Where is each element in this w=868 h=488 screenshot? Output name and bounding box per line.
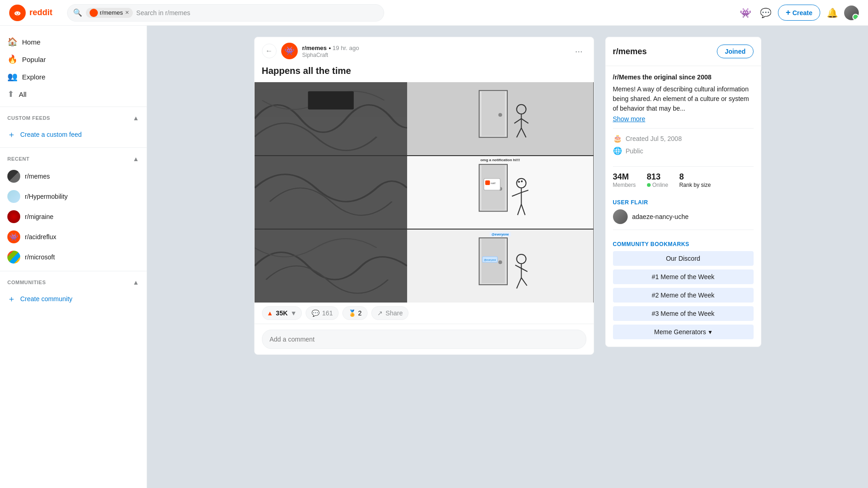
chevron-up-icon: ▲ [133,114,139,122]
recent-header[interactable]: RECENT ▲ [0,151,147,166]
search-bar[interactable]: 🔍 r/memes ✕ [67,4,384,22]
post-subreddit-line: r/memes • 19 hr. ago [302,44,567,52]
bookmark-meme3[interactable]: #3 Meme of the Week [613,306,754,321]
communities-header[interactable]: COMMUNITIES ▲ [0,275,147,290]
post-subreddit-avatar: 👾 [281,43,298,59]
create-custom-feed-item[interactable]: ＋ Create a custom feed [0,125,147,144]
svg-line-24 [512,192,521,196]
all-icon: ⬆ [7,89,14,99]
post-title: Happens all the time [255,65,594,82]
svg-point-29 [521,180,522,182]
chat-icon-btn[interactable]: 💬 [758,5,774,21]
rank-link[interactable]: Rank by size [679,182,711,188]
calendar-icon: 🎂 [613,134,622,143]
nav-actions: 👾 💬 + Create 🔔 [738,5,859,21]
reddit-snoo-icon [12,8,23,18]
recent-item-acidreflux[interactable]: 👾 r/acidreflux [0,227,147,247]
popular-icon: 🔥 [7,54,17,64]
visibility-label: Public [626,147,643,155]
comment-box-area [255,324,594,354]
svg-text:notif: notif [491,182,495,185]
globe-icon: 🌐 [613,146,622,155]
upvote-button[interactable]: ▲ 35K ▼ [262,306,302,320]
sidebar-item-label: Explore [22,73,45,81]
sidebar-item-home[interactable]: 🏠 Home [0,33,147,50]
recent-item-microsoft[interactable]: r/microsoft [0,247,147,267]
bookmark-discord[interactable]: Our Discord [613,251,754,266]
search-input[interactable] [136,9,378,17]
plus-icon: ＋ [7,129,16,140]
reddit-logo[interactable]: reddit [9,5,52,21]
search-tag-close-icon[interactable]: ✕ [125,10,129,16]
communities-label: COMMUNITIES [7,280,46,285]
create-community-item[interactable]: ＋ Create community [0,290,147,308]
back-arrow-icon: ← [266,47,273,55]
karma-icon-btn[interactable]: 👾 [738,5,754,21]
svg-line-25 [521,190,528,192]
sidebar-item-all[interactable]: ⬆ All [0,85,147,103]
svg-point-28 [518,181,520,183]
recent-item-migraine[interactable]: r/migraine [0,207,147,227]
svg-point-9 [498,113,502,117]
post-container: ✕ ← 👾 r/memes • 19 hr. ago [254,37,594,477]
sidebar-item-popular[interactable]: 🔥 Popular [0,50,147,68]
comment-input[interactable] [262,330,586,349]
search-tag[interactable]: r/memes ✕ [86,8,133,18]
panel3-content: @everyone [416,233,584,299]
meme-generators-label: Meme Generators [654,328,706,336]
sidebar-item-label: Popular [22,56,46,63]
bookmark-meme2[interactable]: #2 Meme of the Week [613,288,754,303]
created-label: Created Jul 5, 2008 [626,135,682,142]
share-button[interactable]: ↗ Share [371,306,408,320]
recent-item-memes[interactable]: r/memes [0,166,147,186]
create-button[interactable]: + Create [778,5,820,21]
bookmarks-section: COMMUNITY BOOKMARKS Our Discord #1 Meme … [613,230,754,339]
notifications-btn[interactable]: 🔔 [824,5,840,21]
back-button[interactable]: ← [262,44,277,58]
awards-button[interactable]: 🏅 2 [342,306,368,320]
sidebar-right: r/memes Joined /r/Memes the original sin… [605,37,761,477]
post-more-button[interactable]: ··· [572,44,586,58]
recent-item-hypermobility[interactable]: r/Hypermobility [0,186,147,207]
avatar-hyper [7,190,20,203]
chevron-up-icon-2: ▲ [133,155,139,163]
user-avatar[interactable] [844,6,859,20]
custom-feeds-header[interactable]: CUSTOM FEEDS ▲ [0,111,147,125]
post-card: ✕ ← 👾 r/memes • 19 hr. ago [254,37,594,355]
post-subreddit: r/memes [302,45,327,51]
create-label: Create [792,9,812,17]
svg-line-26 [517,204,521,215]
sidebar-item-explore[interactable]: 👥 Explore [0,68,147,85]
community-header: r/memes Joined [606,37,761,66]
at-everyone-badge: @everyone [489,232,511,236]
svg-line-5 [19,11,20,11]
page-layout: 🏠 Home 🔥 Popular 👥 Explore ⬆ All CUSTOM … [0,0,868,488]
show-more-link[interactable]: Show more [613,115,754,123]
post-meta: r/memes • 19 hr. ago SiphaCraft [302,44,567,58]
joined-button[interactable]: Joined [717,45,753,58]
svg-line-27 [521,204,525,215]
community-body: /r/Memes the original since 2008 Memes! … [606,66,761,347]
meme-panel-3-left [255,230,407,303]
post-image-container: omg a notification hi!!! [255,82,594,303]
online-label: Online [647,182,669,188]
user-flair: adaeze-nancy-uche [613,209,754,224]
avatar-migraine [7,210,20,223]
recent-item-label: r/acidreflux [25,233,56,241]
bookmark-meme1[interactable]: #1 Meme of the Week [613,269,754,284]
avatar-acid: 👾 [7,230,20,243]
svg-line-39 [516,278,521,288]
recent-item-label: r/memes [25,173,50,180]
comment-count: 161 [322,309,333,317]
members-label: Members [613,182,636,188]
svg-line-37 [515,265,521,269]
sidebar-divider-2 [0,147,147,148]
svg-line-13 [521,118,528,123]
meme-generators-expandable[interactable]: Meme Generators ▾ [613,325,754,339]
plus-icon: + [786,8,791,17]
main-content: ✕ ← 👾 r/memes • 19 hr. ago [147,26,868,488]
stat-members: 34M Members [613,172,636,188]
comments-button[interactable]: 💬 161 [306,306,339,320]
svg-line-15 [521,128,526,137]
search-tag-label: r/memes [100,9,123,16]
